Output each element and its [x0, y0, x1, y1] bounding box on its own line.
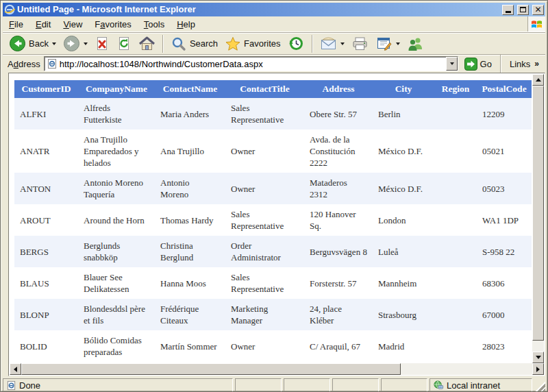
minimize-button[interactable] — [502, 5, 514, 15]
column-header-customerid: CustomerID — [14, 80, 78, 98]
cell-contactname: Antonio Moreno — [155, 173, 225, 204]
cell-address: 120 Hanover Sq. — [304, 204, 373, 236]
cell-contactname: Thomas Hardy — [155, 204, 225, 236]
messenger-button[interactable] — [405, 34, 426, 53]
maximize-icon — [520, 7, 526, 12]
address-label: Address — [6, 59, 40, 69]
arrow-up-icon — [536, 78, 541, 82]
horizontal-scrollbar[interactable] — [10, 363, 544, 375]
cell-city: México D.F. — [373, 173, 434, 204]
table-row-anton: ANTONAntonio Moreno TaqueríaAntonio More… — [14, 173, 532, 204]
status-pane-empty — [332, 378, 379, 392]
title-bar[interactable]: Untitled Page - Microsoft Internet Explo… — [3, 3, 545, 16]
cell-customerid: BLAUS — [14, 267, 78, 299]
back-dropdown-icon — [52, 42, 56, 45]
print-icon — [351, 36, 369, 52]
edit-icon — [375, 36, 393, 52]
search-button[interactable]: Search — [169, 34, 220, 53]
addressbar-separator — [500, 55, 501, 73]
refresh-button[interactable] — [114, 34, 134, 53]
mail-button[interactable] — [318, 35, 347, 53]
scroll-right-button[interactable] — [532, 363, 544, 375]
cell-customerid: BERGS — [14, 236, 78, 267]
cell-address: Avda. de la Constitución 2222 — [304, 130, 373, 173]
menu-item-favorites[interactable]: Favorites — [88, 18, 137, 31]
menu-item-tools[interactable]: Tools — [138, 18, 171, 31]
edit-dropdown-icon — [396, 42, 400, 45]
arrow-down-icon — [536, 356, 541, 359]
stop-icon — [95, 36, 110, 52]
address-input[interactable]: http://localhost:1048/Northwind/Customer… — [44, 56, 458, 71]
history-icon — [288, 35, 305, 52]
home-button[interactable] — [136, 34, 158, 53]
cell-contactname: Hanna Moos — [155, 267, 225, 299]
vertical-scroll-thumb[interactable] — [532, 86, 544, 341]
links-button[interactable]: Links » — [507, 59, 542, 69]
cell-companyname: Antonio Moreno Taquería — [78, 173, 155, 204]
maximize-button[interactable] — [517, 5, 529, 15]
cell-contacttitle: Marketing Manager — [225, 299, 304, 330]
column-header-address: Address — [304, 80, 373, 98]
history-button[interactable] — [286, 34, 307, 53]
favorites-button[interactable]: Favorites — [223, 34, 282, 53]
cell-contactname: Martín Sommer — [155, 330, 225, 362]
favorites-label: Favorites — [244, 38, 280, 49]
cell-contacttitle: Owner — [225, 130, 304, 173]
menu-item-help[interactable]: Help — [171, 18, 201, 31]
back-icon — [9, 35, 26, 52]
cell-companyname: Alfreds Futterkiste — [78, 98, 155, 130]
resize-grip[interactable] — [534, 378, 545, 392]
scroll-left-button[interactable] — [10, 363, 21, 375]
menu-bar: FileEditViewFavoritesToolsHelp — [3, 16, 545, 32]
scroll-down-button[interactable] — [532, 352, 544, 363]
go-icon — [464, 58, 477, 71]
minimize-icon — [506, 11, 511, 13]
edit-button[interactable] — [373, 34, 402, 53]
table-row-blaus: BLAUSBlauer See DelikatessenHanna MoosSa… — [14, 267, 532, 299]
go-label: Go — [480, 59, 492, 69]
cell-companyname: Blondesddsl père et fils — [78, 299, 155, 330]
cell-city: Mannheim — [373, 267, 434, 299]
customer-table: CustomerIDCompanyNameContactNameContactT… — [14, 80, 532, 362]
table-row-alfki: ALFKIAlfreds FutterkisteMaria AndersSale… — [14, 98, 532, 130]
cell-postalcode: 67000 — [477, 299, 532, 330]
cell-city: Berlin — [373, 98, 434, 130]
vertical-scrollbar[interactable] — [532, 74, 544, 363]
cell-postalcode: S-958 22 — [477, 236, 532, 267]
table-row-anatr: ANATRAna Trujillo Emparedados y heladosA… — [14, 130, 532, 173]
close-button[interactable]: ✕ — [532, 5, 544, 15]
cell-address: 24, place Kléber — [304, 299, 373, 330]
stop-button[interactable] — [92, 34, 112, 53]
address-dropdown-button[interactable] — [446, 57, 458, 71]
menu-item-view[interactable]: View — [57, 18, 88, 31]
cell-postalcode: 28023 — [477, 330, 532, 362]
go-button[interactable]: Go — [462, 57, 495, 71]
print-button[interactable] — [349, 34, 371, 53]
cell-postalcode: 05023 — [477, 173, 532, 204]
address-url: http://localhost:1048/Northwind/Customer… — [60, 59, 446, 69]
close-icon: ✕ — [534, 5, 541, 14]
cell-region — [434, 173, 477, 204]
column-header-region: Region — [434, 80, 477, 98]
toolbar: Back — [3, 32, 545, 55]
refresh-icon — [116, 36, 132, 52]
cell-customerid: ANATR — [14, 130, 78, 173]
back-button[interactable]: Back — [7, 34, 58, 53]
document-icon — [6, 380, 16, 391]
cell-companyname: Blauer See Delikatessen — [78, 267, 155, 299]
browser-window: Untitled Page - Microsoft Internet Explo… — [0, 0, 548, 392]
cell-region — [434, 236, 477, 267]
cell-companyname: Around the Horn — [78, 204, 155, 236]
cell-contactname: Ana Trujillo — [155, 130, 225, 173]
forward-button[interactable] — [61, 34, 90, 53]
scroll-up-button[interactable] — [532, 74, 544, 86]
horizontal-scroll-thumb[interactable] — [21, 363, 401, 375]
favorites-icon — [225, 36, 241, 52]
security-zone-text: Local intranet — [447, 380, 500, 391]
menu-item-file[interactable]: File — [3, 18, 29, 31]
menu-item-edit[interactable]: Edit — [29, 18, 57, 31]
table-row-bolid: BOLIDBólido Comidas preparadasMartín Som… — [14, 330, 532, 362]
table-row-blonp: BLONPBlondesddsl père et filsFrédérique … — [14, 299, 532, 330]
mail-icon — [320, 36, 337, 51]
cell-contactname: Christina Berglund — [155, 236, 225, 267]
